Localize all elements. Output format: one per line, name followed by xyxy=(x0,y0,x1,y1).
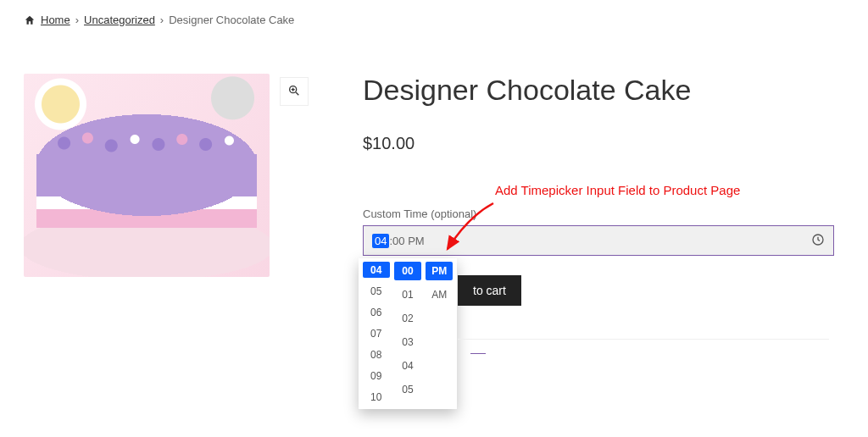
home-icon xyxy=(24,14,36,26)
timepicker-hours-col[interactable]: 04050607080910 xyxy=(362,262,390,406)
breadcrumb-current: Designer Chocolate Cake xyxy=(169,14,294,26)
timepicker-hour-option[interactable]: 04 xyxy=(363,262,390,278)
timepicker-hour-option[interactable]: 10 xyxy=(363,390,390,406)
custom-time-input[interactable]: 04:00 PM xyxy=(363,225,834,256)
timepicker-minute-option[interactable]: 00 xyxy=(394,262,421,280)
timepicker-minute-option[interactable]: 02 xyxy=(394,309,421,328)
meta-divider xyxy=(458,339,829,340)
timepicker-period-option[interactable]: AM xyxy=(426,285,453,304)
timepicker-minute-option[interactable]: 05 xyxy=(394,380,421,399)
timepicker-hour-option[interactable]: 09 xyxy=(363,368,390,384)
breadcrumb: Home › Uncategorized › Designer Chocolat… xyxy=(0,0,868,40)
zoom-button[interactable] xyxy=(280,77,309,106)
timepicker-hour-option[interactable]: 08 xyxy=(363,347,390,363)
time-rest: :00 PM xyxy=(389,235,424,247)
timepicker-minute-option[interactable]: 03 xyxy=(394,333,421,351)
zoom-in-icon xyxy=(287,84,301,100)
custom-time-label: Custom Time (optional) xyxy=(363,207,844,220)
timepicker-dropdown: 04050607080910 000102030405 PMAM xyxy=(359,258,457,409)
product-summary: Designer Chocolate Cake $10.00 Custom Ti… xyxy=(363,74,844,256)
category-link-fragment[interactable] xyxy=(470,353,486,354)
timepicker-hour-option[interactable]: 07 xyxy=(363,325,390,341)
timepicker-period-col[interactable]: PMAM xyxy=(426,262,453,406)
product-title: Designer Chocolate Cake xyxy=(363,74,844,107)
time-hour-selected: 04 xyxy=(372,234,389,248)
breadcrumb-sep-icon: › xyxy=(160,14,164,26)
timepicker-period-option[interactable]: PM xyxy=(426,262,453,280)
product-image-column xyxy=(24,74,312,277)
breadcrumb-home[interactable]: Home xyxy=(41,14,70,26)
product-image[interactable] xyxy=(24,74,270,277)
svg-line-1 xyxy=(296,92,298,95)
product-price: $10.00 xyxy=(363,134,844,153)
clock-icon xyxy=(811,233,825,249)
timepicker-minute-option[interactable]: 01 xyxy=(394,285,421,304)
breadcrumb-category[interactable]: Uncategorized xyxy=(84,14,155,26)
timepicker-minutes-col[interactable]: 000102030405 xyxy=(393,262,421,406)
timepicker-hour-option[interactable]: 05 xyxy=(363,283,390,299)
timepicker-minute-option[interactable]: 04 xyxy=(394,357,421,375)
breadcrumb-sep-icon: › xyxy=(75,14,79,26)
timepicker-hour-option[interactable]: 06 xyxy=(363,304,390,320)
add-to-cart-button[interactable]: to cart xyxy=(458,275,521,306)
